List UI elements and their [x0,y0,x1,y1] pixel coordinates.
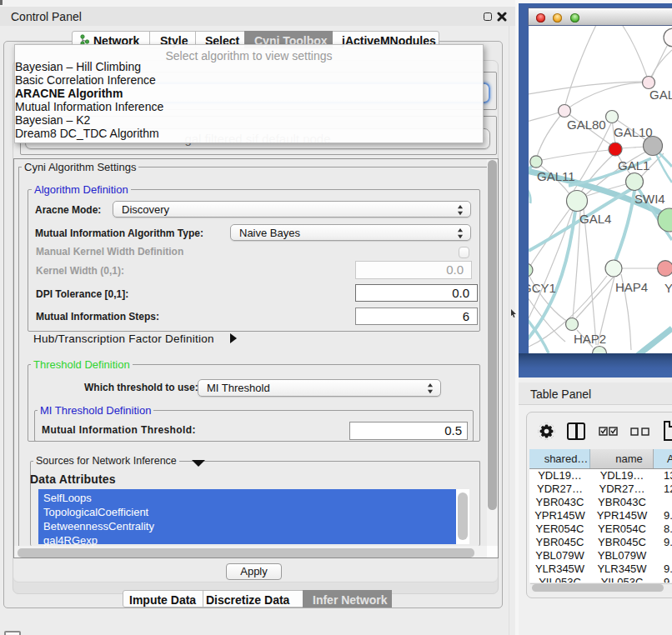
svg-text:GAL10: GAL10 [614,125,653,139]
svg-text:GAL4: GAL4 [579,212,611,226]
svg-text:SWI4: SWI4 [634,192,665,206]
svg-text:HAP2: HAP2 [574,332,606,346]
svg-text:GAL80: GAL80 [567,118,606,132]
svg-text:GAL1: GAL1 [618,158,649,172]
svg-text:HAP4: HAP4 [615,280,648,294]
svg-text:Y: Y [664,281,672,295]
svg-text:GAL11: GAL11 [537,169,575,183]
svg-text:GAL7: GAL7 [649,88,672,102]
svg-text:GCY1: GCY1 [529,281,556,295]
